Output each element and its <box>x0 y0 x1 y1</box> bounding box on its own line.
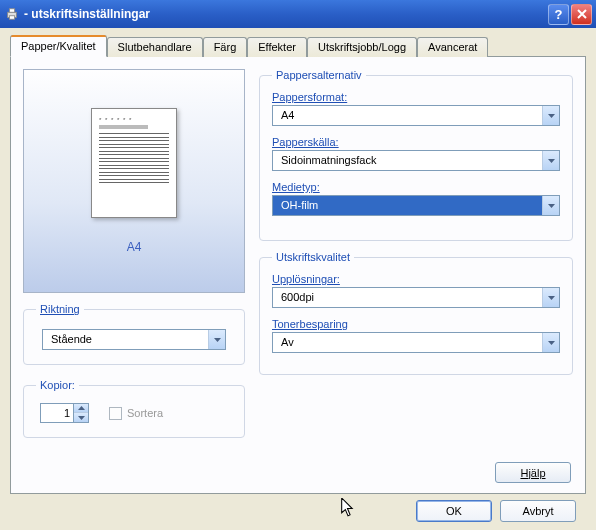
format-label: Pappersformat: <box>272 91 560 103</box>
toner-label: Tonerbesparing <box>272 318 560 330</box>
quality-group: Utskriftskvalitet Upplösningar: 600dpi T… <box>259 251 573 375</box>
tab-paper-quality[interactable]: Papper/Kvalitet <box>10 35 107 57</box>
resolution-label: Upplösningar: <box>272 273 560 285</box>
chevron-down-icon <box>542 106 559 125</box>
source-label: Papperskälla: <box>272 136 560 148</box>
paper-options-legend: Pappersalternativ <box>272 69 366 81</box>
chevron-down-icon <box>542 333 559 352</box>
orientation-legend: Riktning <box>36 303 84 315</box>
tab-bar: Papper/Kvalitet Slutbehandlare Färg Effe… <box>10 37 586 57</box>
tab-finishing[interactable]: Slutbehandlare <box>107 37 203 57</box>
spin-down-icon[interactable] <box>74 413 88 422</box>
orientation-combo[interactable]: Stående <box>42 329 226 350</box>
copies-legend: Kopior: <box>36 379 79 391</box>
resolution-value: 600dpi <box>273 288 542 307</box>
paper-preview: * * * * * * A4 <box>23 69 245 293</box>
chevron-down-icon <box>542 196 559 215</box>
tab-color[interactable]: Färg <box>203 37 248 57</box>
media-label: Medietyp: <box>272 181 560 193</box>
format-value: A4 <box>273 106 542 125</box>
title-bar: - utskriftsinställningar ? <box>0 0 596 28</box>
tab-effects[interactable]: Effekter <box>247 37 307 57</box>
tab-panel: * * * * * * A4 Riktning Stående <box>10 56 586 494</box>
titlebar-help-button[interactable]: ? <box>548 4 569 25</box>
chevron-down-icon <box>542 288 559 307</box>
preview-label: A4 <box>127 240 142 254</box>
collate-checkbox: Sortera <box>109 407 163 420</box>
quality-legend: Utskriftskvalitet <box>272 251 354 263</box>
media-value: OH-film <box>273 196 542 215</box>
paper-options-group: Pappersalternativ Pappersformat: A4 Papp… <box>259 69 573 241</box>
tab-joblog[interactable]: Utskriftsjobb/Logg <box>307 37 417 57</box>
cancel-button[interactable]: Avbryt <box>500 500 576 522</box>
toner-value: Av <box>273 333 542 352</box>
close-button[interactable] <box>571 4 592 25</box>
orientation-value: Stående <box>43 330 208 349</box>
tab-advanced[interactable]: Avancerat <box>417 37 488 57</box>
copies-spinner[interactable] <box>40 403 89 423</box>
printer-icon <box>4 6 20 22</box>
collate-label: Sortera <box>127 407 163 419</box>
spin-up-icon[interactable] <box>74 404 88 413</box>
resolution-combo[interactable]: 600dpi <box>272 287 560 308</box>
orientation-group: Riktning Stående <box>23 303 245 365</box>
source-combo[interactable]: Sidoinmatningsfack <box>272 150 560 171</box>
svg-rect-2 <box>9 16 14 20</box>
toner-combo[interactable]: Av <box>272 332 560 353</box>
paper-icon: * * * * * * <box>91 108 177 218</box>
svg-rect-1 <box>9 9 14 13</box>
chevron-down-icon <box>208 330 225 349</box>
copies-group: Kopior: Sortera <box>23 379 245 438</box>
media-combo[interactable]: OH-film <box>272 195 560 216</box>
help-button[interactable]: Hjälp <box>495 462 571 483</box>
ok-button[interactable]: OK <box>416 500 492 522</box>
window-title: - utskriftsinställningar <box>24 7 546 21</box>
copies-input[interactable] <box>40 403 74 423</box>
checkbox-box <box>109 407 122 420</box>
source-value: Sidoinmatningsfack <box>273 151 542 170</box>
format-combo[interactable]: A4 <box>272 105 560 126</box>
chevron-down-icon <box>542 151 559 170</box>
